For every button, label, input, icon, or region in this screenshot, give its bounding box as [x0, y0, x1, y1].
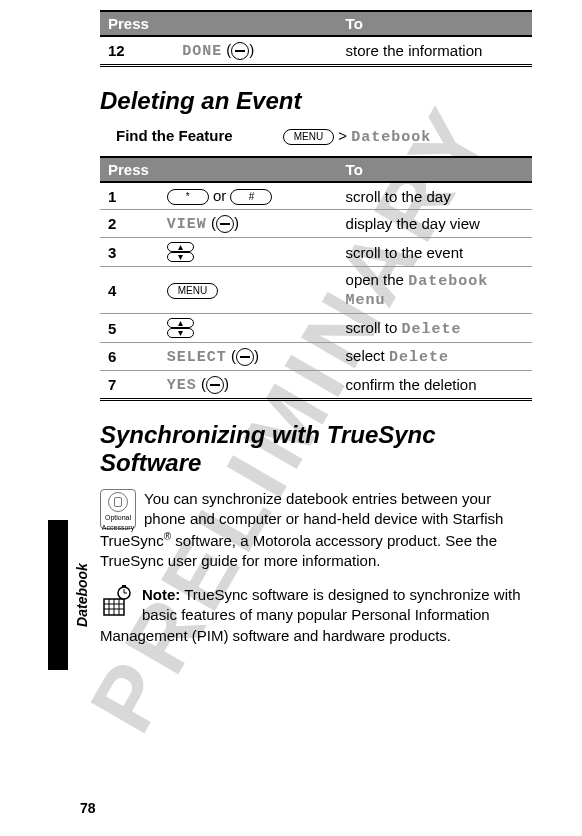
svg-rect-9 — [122, 585, 126, 587]
press-cell: ▴▾ — [159, 238, 338, 267]
table-delete-steps: Press To 1 * or # scroll to the day 2 VI… — [100, 156, 532, 401]
press-cell: DONE () — [174, 36, 337, 66]
menu-key-icon: MENU — [167, 283, 218, 299]
action-softlabel: Delete — [389, 349, 449, 366]
truesync-paragraph: Optional Accessory You can synchronize d… — [100, 489, 532, 571]
optional-accessory-icon: Optional Accessory — [100, 489, 136, 529]
table1-header-to: To — [338, 11, 532, 36]
softkey-right-icon — [216, 215, 234, 233]
heading-truesync: Synchronizing with TrueSync Software — [100, 421, 532, 477]
action-cell: scroll to the event — [338, 238, 532, 267]
table-row: 2 VIEW () display the day view — [100, 210, 532, 238]
scroll-up-down-icon: ▴▾ — [167, 242, 194, 262]
action-cell: scroll to Delete — [338, 314, 532, 343]
action-cell: display the day view — [338, 210, 532, 238]
action-cell: confirm the deletion — [338, 371, 532, 400]
table-row: 1 * or # scroll to the day — [100, 182, 532, 210]
step-number: 6 — [100, 343, 159, 371]
note-label: Note: — [142, 586, 180, 603]
table-row: 4 MENU open the Datebook Menu — [100, 267, 532, 314]
action-cell: scroll to the day — [338, 182, 532, 210]
action-softlabel: Delete — [401, 321, 461, 338]
table-row: 3 ▴▾ scroll to the event — [100, 238, 532, 267]
feature-path: Datebook — [351, 129, 431, 146]
step-number: 4 — [100, 267, 159, 314]
press-cell: * or # — [159, 182, 338, 210]
page-number: 78 — [80, 800, 96, 816]
heading-deleting-event: Deleting an Event — [100, 87, 532, 115]
table-row: 12 DONE () store the information — [100, 36, 532, 66]
softkey-left-icon — [231, 42, 249, 60]
action-cell: open the Datebook Menu — [338, 267, 532, 314]
find-feature-line: Find the Feature MENU > Datebook — [116, 127, 532, 146]
press-cell: VIEW () — [159, 210, 338, 238]
step-number: 7 — [100, 371, 159, 400]
action-prefix: scroll to — [346, 319, 402, 336]
table-done: Press To 12 DONE () store the informatio… — [100, 10, 532, 67]
accessory-icon-label: Optional Accessory — [102, 514, 134, 530]
action-prefix: open the — [346, 271, 409, 288]
or-text: or — [213, 187, 226, 204]
press-cell: ▴▾ — [159, 314, 338, 343]
softkey-label: YES — [167, 377, 197, 394]
press-cell: SELECT () — [159, 343, 338, 371]
softkey-label: VIEW — [167, 216, 207, 233]
softkey-left-icon — [206, 376, 224, 394]
hash-key-icon: # — [230, 189, 272, 205]
softkey-label: DONE — [182, 43, 222, 60]
action-prefix: select — [346, 347, 389, 364]
menu-key-icon: MENU — [283, 129, 334, 145]
press-cell: MENU — [159, 267, 338, 314]
action-cell: store the information — [338, 36, 532, 66]
scroll-up-down-icon: ▴▾ — [167, 318, 194, 338]
table2-header-to: To — [338, 157, 532, 182]
table-row: 6 SELECT () select Delete — [100, 343, 532, 371]
page-content: Press To 12 DONE () store the informatio… — [0, 0, 582, 680]
softkey-right-icon — [236, 348, 254, 366]
press-cell: YES () — [159, 371, 338, 400]
step-number: 1 — [100, 182, 159, 210]
step-number: 5 — [100, 314, 159, 343]
table-row: 5 ▴▾ scroll to Delete — [100, 314, 532, 343]
step-number: 2 — [100, 210, 159, 238]
find-feature-label: Find the Feature — [116, 127, 233, 144]
table2-header-press: Press — [100, 157, 338, 182]
note-stopwatch-icon — [100, 585, 134, 619]
step-number: 12 — [100, 36, 174, 66]
softkey-label: SELECT — [167, 349, 227, 366]
table-row: 7 YES () confirm the deletion — [100, 371, 532, 400]
step-number: 3 — [100, 238, 159, 267]
note-paragraph: Note: TrueSync software is designed to s… — [100, 585, 532, 646]
table1-header-press: Press — [100, 11, 338, 36]
action-cell: select Delete — [338, 343, 532, 371]
star-key-icon: * — [167, 189, 209, 205]
registered-mark: ® — [164, 531, 171, 542]
feature-separator: > — [338, 127, 347, 144]
